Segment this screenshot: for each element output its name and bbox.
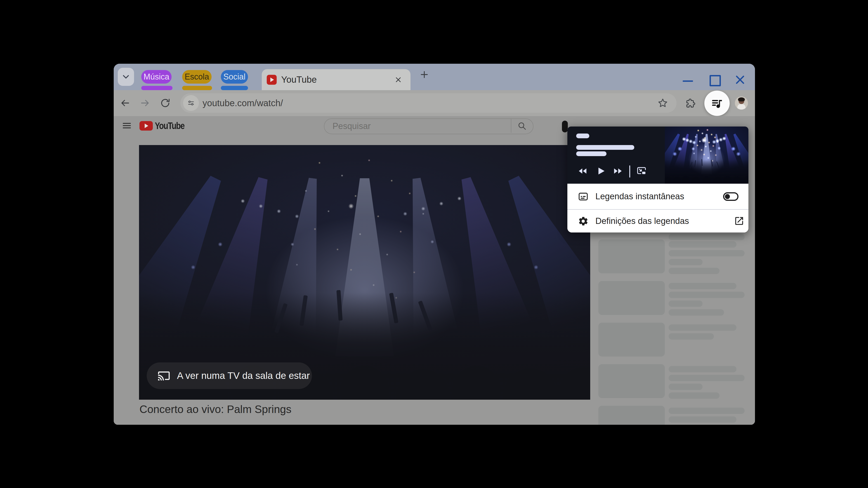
album-art bbox=[665, 127, 748, 184]
skeleton-text-bar bbox=[669, 416, 737, 423]
toggle-knob bbox=[725, 194, 730, 199]
youtube-search-bar bbox=[324, 119, 533, 134]
star-icon bbox=[657, 98, 668, 108]
tab-youtube[interactable]: YouTube bbox=[262, 69, 410, 90]
tab-group-chip-social[interactable]: Social bbox=[221, 70, 248, 84]
url-text: youtube.com/watch/ bbox=[203, 93, 283, 113]
skeleton-text-bar bbox=[669, 259, 703, 265]
new-tab-button[interactable] bbox=[416, 66, 432, 83]
previous-track-button[interactable] bbox=[577, 166, 588, 176]
voice-search-button[interactable] bbox=[562, 121, 568, 132]
skeleton-text-bar bbox=[669, 250, 745, 256]
window-close-button[interactable] bbox=[735, 74, 745, 85]
controls-divider bbox=[629, 165, 630, 177]
next-track-button[interactable] bbox=[613, 166, 623, 176]
skeleton-text-bar bbox=[669, 324, 737, 331]
youtube-logo-icon[interactable] bbox=[140, 121, 153, 131]
menu-button[interactable] bbox=[121, 120, 132, 131]
extensions-button[interactable] bbox=[685, 98, 696, 109]
skeleton-text-bar bbox=[669, 283, 737, 289]
youtube-favicon-icon bbox=[267, 75, 277, 85]
media-controls-popup: Legendas instantâneas Definições das leg… bbox=[567, 127, 748, 232]
skeleton-thumbnail bbox=[598, 364, 665, 398]
tab-group-underline-musica bbox=[141, 86, 173, 90]
close-icon bbox=[734, 74, 746, 86]
media-artist-skeleton bbox=[576, 151, 607, 156]
tab-group-chip-musica[interactable]: Música bbox=[141, 70, 172, 84]
media-source-skeleton bbox=[576, 133, 589, 138]
reload-icon bbox=[160, 98, 170, 108]
skeleton-text-bar bbox=[669, 241, 737, 248]
search-button[interactable] bbox=[511, 119, 532, 133]
picture-in-picture-button[interactable] bbox=[636, 166, 647, 176]
live-captions-row[interactable]: Legendas instantâneas bbox=[567, 184, 748, 209]
youtube-wordmark[interactable]: YouTube bbox=[155, 116, 184, 135]
skeleton-thumbnail bbox=[598, 323, 665, 357]
skeleton-text-bar bbox=[669, 408, 745, 414]
tab-group-label: Música bbox=[144, 72, 169, 82]
address-bar[interactable]: youtube.com/watch/ bbox=[180, 93, 677, 113]
open-in-new-icon bbox=[734, 216, 744, 226]
tune-icon bbox=[187, 99, 195, 107]
skeleton-text-bar bbox=[669, 366, 737, 372]
skeleton-thumbnail bbox=[598, 406, 665, 425]
puzzle-icon bbox=[685, 98, 696, 109]
reload-button[interactable] bbox=[160, 98, 170, 108]
cast-icon bbox=[158, 369, 170, 382]
skeleton-text-bar bbox=[669, 268, 719, 274]
tab-group-underline-escola bbox=[182, 86, 212, 90]
tab-title: YouTube bbox=[281, 69, 317, 90]
skeleton-text-bar bbox=[669, 333, 714, 339]
skeleton-text-bar bbox=[669, 300, 703, 307]
back-button[interactable] bbox=[120, 98, 130, 108]
skeleton-text-bar bbox=[669, 392, 719, 399]
rewind-icon bbox=[577, 166, 588, 176]
media-controls-button[interactable] bbox=[704, 91, 730, 116]
cast-banner: A ver numa TV da sala de estar bbox=[147, 362, 312, 389]
profile-avatar[interactable] bbox=[735, 96, 748, 109]
live-captions-toggle[interactable] bbox=[723, 192, 739, 201]
hamburger-icon bbox=[121, 120, 132, 131]
tab-group-underline-social bbox=[221, 86, 248, 90]
browser-window: Música Escola Social YouTube bbox=[114, 64, 755, 425]
video-player[interactable]: A ver numa TV da sala de estar bbox=[139, 145, 590, 400]
skeleton-thumbnail bbox=[598, 281, 665, 315]
tab-close-button[interactable] bbox=[393, 74, 404, 86]
skeleton-thumbnail bbox=[598, 239, 665, 273]
caption-settings-row[interactable]: Definições das legendas bbox=[567, 210, 748, 232]
window-maximize-button[interactable] bbox=[710, 75, 721, 86]
site-settings-button[interactable] bbox=[183, 95, 199, 111]
plus-icon bbox=[419, 69, 430, 80]
cast-banner-text: A ver numa TV da sala de estar bbox=[177, 370, 310, 381]
tab-group-chip-escola[interactable]: Escola bbox=[182, 70, 212, 84]
captions-icon bbox=[578, 191, 589, 202]
chevron-down-icon bbox=[121, 72, 131, 82]
forward-button[interactable] bbox=[140, 98, 151, 108]
media-title-skeleton bbox=[576, 145, 634, 150]
caption-settings-label: Definições das legendas bbox=[595, 216, 689, 226]
live-captions-label: Legendas instantâneas bbox=[595, 192, 684, 201]
close-icon bbox=[394, 76, 402, 84]
search-input[interactable] bbox=[332, 119, 496, 133]
skeleton-text-bar bbox=[669, 384, 703, 390]
arrow-right-icon bbox=[140, 98, 151, 108]
video-title: Concerto ao vivo: Palm Springs bbox=[140, 403, 291, 416]
fast-forward-icon bbox=[613, 166, 623, 176]
play-button[interactable] bbox=[596, 166, 606, 176]
skeleton-text-bar bbox=[669, 309, 724, 316]
pip-icon bbox=[636, 166, 647, 176]
window-minimize-button[interactable] bbox=[683, 80, 693, 82]
search-icon bbox=[517, 121, 527, 131]
media-session-card bbox=[567, 127, 748, 184]
queue-music-icon bbox=[710, 97, 723, 110]
arrow-left-icon bbox=[120, 98, 130, 108]
tab-search-button[interactable] bbox=[118, 68, 134, 86]
skeleton-text-bar bbox=[669, 234, 745, 240]
tab-group-label: Social bbox=[223, 72, 246, 82]
bookmark-star-button[interactable] bbox=[657, 98, 668, 108]
tab-group-label: Escola bbox=[185, 72, 209, 82]
tab-strip: Música Escola Social YouTube bbox=[114, 64, 755, 90]
skeleton-text-bar bbox=[669, 292, 745, 298]
browser-toolbar: youtube.com/watch/ bbox=[114, 90, 755, 116]
gear-icon bbox=[578, 216, 589, 227]
